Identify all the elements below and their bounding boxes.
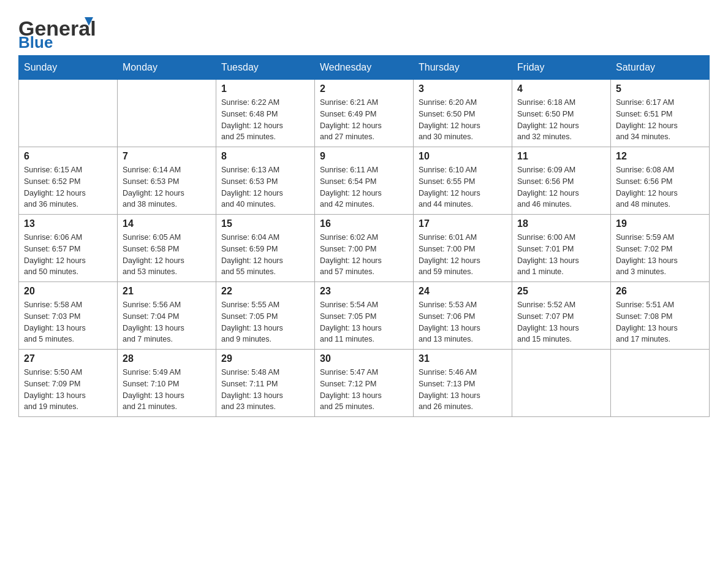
calendar-cell: 5Sunrise: 6:17 AMSunset: 6:51 PMDaylight… [611, 80, 710, 147]
day-info: Sunrise: 6:17 AMSunset: 6:51 PMDaylight:… [616, 97, 704, 143]
day-number: 7 [123, 151, 211, 162]
day-number: 11 [517, 151, 605, 162]
calendar-cell: 26Sunrise: 5:51 AMSunset: 7:08 PMDayligh… [611, 282, 710, 350]
day-info: Sunrise: 5:47 AMSunset: 7:12 PMDaylight:… [320, 367, 408, 413]
calendar-cell: 17Sunrise: 6:01 AMSunset: 7:00 PMDayligh… [414, 215, 512, 282]
calendar-cell: 27Sunrise: 5:50 AMSunset: 7:09 PMDayligh… [19, 350, 118, 417]
calendar-cell: 16Sunrise: 6:02 AMSunset: 7:00 PMDayligh… [315, 215, 414, 282]
day-info: Sunrise: 6:18 AMSunset: 6:50 PMDaylight:… [517, 97, 605, 143]
day-number: 16 [320, 218, 408, 229]
week-row-1: 1Sunrise: 6:22 AMSunset: 6:48 PMDaylight… [19, 80, 710, 147]
calendar-cell: 1Sunrise: 6:22 AMSunset: 6:48 PMDaylight… [216, 80, 315, 147]
day-info: Sunrise: 5:58 AMSunset: 7:03 PMDaylight:… [24, 299, 112, 345]
day-info: Sunrise: 5:54 AMSunset: 7:05 PMDaylight:… [320, 299, 408, 345]
day-info: Sunrise: 6:05 AMSunset: 6:58 PMDaylight:… [123, 232, 211, 278]
calendar-cell: 24Sunrise: 5:53 AMSunset: 7:06 PMDayligh… [414, 282, 512, 350]
day-number: 9 [320, 151, 408, 162]
day-info: Sunrise: 6:13 AMSunset: 6:53 PMDaylight:… [221, 164, 309, 210]
day-info: Sunrise: 6:09 AMSunset: 6:56 PMDaylight:… [517, 164, 605, 210]
calendar-cell: 20Sunrise: 5:58 AMSunset: 7:03 PMDayligh… [19, 282, 118, 350]
calendar-cell: 4Sunrise: 6:18 AMSunset: 6:50 PMDaylight… [512, 80, 611, 147]
week-row-4: 20Sunrise: 5:58 AMSunset: 7:03 PMDayligh… [19, 282, 710, 350]
day-number: 31 [419, 353, 507, 364]
day-number: 8 [221, 151, 309, 162]
week-row-3: 13Sunrise: 6:06 AMSunset: 6:57 PMDayligh… [19, 215, 710, 282]
weekday-header-sunday: Sunday [19, 56, 118, 80]
day-number: 5 [616, 83, 704, 94]
day-info: Sunrise: 6:21 AMSunset: 6:49 PMDaylight:… [320, 97, 408, 143]
day-info: Sunrise: 5:53 AMSunset: 7:06 PMDaylight:… [419, 299, 507, 345]
calendar-cell [611, 350, 710, 417]
day-number: 2 [320, 83, 408, 94]
logo: General Blue [18, 12, 98, 49]
day-number: 12 [616, 151, 704, 162]
week-row-5: 27Sunrise: 5:50 AMSunset: 7:09 PMDayligh… [19, 350, 710, 417]
calendar-cell: 29Sunrise: 5:48 AMSunset: 7:11 PMDayligh… [216, 350, 315, 417]
calendar-cell: 15Sunrise: 6:04 AMSunset: 6:59 PMDayligh… [216, 215, 315, 282]
day-number: 26 [616, 286, 704, 297]
calendar-cell [19, 80, 118, 147]
day-number: 15 [221, 218, 309, 229]
calendar-cell: 22Sunrise: 5:55 AMSunset: 7:05 PMDayligh… [216, 282, 315, 350]
week-row-2: 6Sunrise: 6:15 AMSunset: 6:52 PMDaylight… [19, 147, 710, 215]
calendar-cell: 21Sunrise: 5:56 AMSunset: 7:04 PMDayligh… [118, 282, 216, 350]
calendar-cell: 3Sunrise: 6:20 AMSunset: 6:50 PMDaylight… [414, 80, 512, 147]
day-number: 4 [517, 83, 605, 94]
day-number: 17 [419, 218, 507, 229]
day-info: Sunrise: 6:15 AMSunset: 6:52 PMDaylight:… [24, 164, 112, 210]
weekday-header-friday: Friday [512, 56, 611, 80]
calendar-cell: 6Sunrise: 6:15 AMSunset: 6:52 PMDaylight… [19, 147, 118, 215]
day-info: Sunrise: 5:59 AMSunset: 7:02 PMDaylight:… [616, 232, 704, 278]
day-number: 23 [320, 286, 408, 297]
day-number: 24 [419, 286, 507, 297]
calendar-cell: 2Sunrise: 6:21 AMSunset: 6:49 PMDaylight… [315, 80, 414, 147]
day-number: 3 [419, 83, 507, 94]
calendar-cell: 25Sunrise: 5:52 AMSunset: 7:07 PMDayligh… [512, 282, 611, 350]
day-number: 18 [517, 218, 605, 229]
day-number: 28 [123, 353, 211, 364]
day-number: 25 [517, 286, 605, 297]
calendar-cell [512, 350, 611, 417]
calendar-cell: 13Sunrise: 6:06 AMSunset: 6:57 PMDayligh… [19, 215, 118, 282]
calendar-cell: 7Sunrise: 6:14 AMSunset: 6:53 PMDaylight… [118, 147, 216, 215]
day-number: 22 [221, 286, 309, 297]
calendar-cell: 8Sunrise: 6:13 AMSunset: 6:53 PMDaylight… [216, 147, 315, 215]
day-number: 27 [24, 353, 112, 364]
day-info: Sunrise: 5:49 AMSunset: 7:10 PMDaylight:… [123, 367, 211, 413]
weekday-header-monday: Monday [118, 56, 216, 80]
day-number: 1 [221, 83, 309, 94]
day-info: Sunrise: 6:06 AMSunset: 6:57 PMDaylight:… [24, 232, 112, 278]
day-info: Sunrise: 6:20 AMSunset: 6:50 PMDaylight:… [419, 97, 507, 143]
calendar-cell: 12Sunrise: 6:08 AMSunset: 6:56 PMDayligh… [611, 147, 710, 215]
calendar-cell [118, 80, 216, 147]
day-number: 30 [320, 353, 408, 364]
calendar-cell: 11Sunrise: 6:09 AMSunset: 6:56 PMDayligh… [512, 147, 611, 215]
calendar-cell: 19Sunrise: 5:59 AMSunset: 7:02 PMDayligh… [611, 215, 710, 282]
day-info: Sunrise: 6:22 AMSunset: 6:48 PMDaylight:… [221, 97, 309, 143]
day-number: 19 [616, 218, 704, 229]
day-info: Sunrise: 6:02 AMSunset: 7:00 PMDaylight:… [320, 232, 408, 278]
weekday-header-wednesday: Wednesday [315, 56, 414, 80]
day-info: Sunrise: 5:51 AMSunset: 7:08 PMDaylight:… [616, 299, 704, 345]
day-info: Sunrise: 6:08 AMSunset: 6:56 PMDaylight:… [616, 164, 704, 210]
calendar-cell: 10Sunrise: 6:10 AMSunset: 6:55 PMDayligh… [414, 147, 512, 215]
day-info: Sunrise: 6:00 AMSunset: 7:01 PMDaylight:… [517, 232, 605, 278]
day-number: 21 [123, 286, 211, 297]
calendar-cell: 31Sunrise: 5:46 AMSunset: 7:13 PMDayligh… [414, 350, 512, 417]
day-number: 29 [221, 353, 309, 364]
day-info: Sunrise: 5:48 AMSunset: 7:11 PMDaylight:… [221, 367, 309, 413]
calendar-cell: 30Sunrise: 5:47 AMSunset: 7:12 PMDayligh… [315, 350, 414, 417]
weekday-header-saturday: Saturday [611, 56, 710, 80]
calendar-cell: 9Sunrise: 6:11 AMSunset: 6:54 PMDaylight… [315, 147, 414, 215]
page-header: General Blue [18, 12, 710, 49]
day-info: Sunrise: 5:46 AMSunset: 7:13 PMDaylight:… [419, 367, 507, 413]
day-info: Sunrise: 5:55 AMSunset: 7:05 PMDaylight:… [221, 299, 309, 345]
svg-text:Blue: Blue [18, 33, 53, 49]
calendar-cell: 23Sunrise: 5:54 AMSunset: 7:05 PMDayligh… [315, 282, 414, 350]
calendar-table: SundayMondayTuesdayWednesdayThursdayFrid… [18, 55, 710, 417]
day-info: Sunrise: 6:01 AMSunset: 7:00 PMDaylight:… [419, 232, 507, 278]
day-info: Sunrise: 6:11 AMSunset: 6:54 PMDaylight:… [320, 164, 408, 210]
day-number: 6 [24, 151, 112, 162]
day-info: Sunrise: 5:50 AMSunset: 7:09 PMDaylight:… [24, 367, 112, 413]
day-info: Sunrise: 6:14 AMSunset: 6:53 PMDaylight:… [123, 164, 211, 210]
